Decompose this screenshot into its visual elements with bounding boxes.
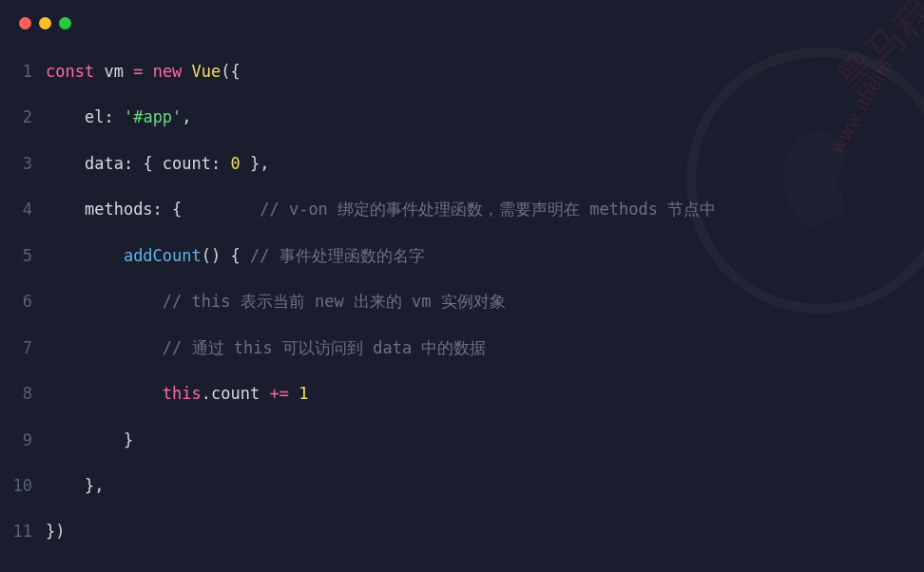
line-number: 8 (0, 371, 46, 416)
code-content: } (46, 417, 133, 463)
line-number: 4 (0, 186, 46, 232)
code-content: }) (46, 508, 65, 554)
code-line: 6 // this 表示当前 new 出来的 vm 实例对象 (0, 278, 924, 324)
code-line: 7 // 通过 this 可以访问到 data 中的数据 (0, 325, 924, 371)
code-content: const vm = new Vue({ (46, 48, 241, 94)
line-number: 7 (0, 325, 46, 371)
code-line: 11 }) (0, 508, 924, 554)
code-line: 3 data: { count: 0 }, (0, 141, 924, 186)
code-content: addCount() { // 事件处理函数的名字 (46, 233, 425, 278)
code-line: 9 } (0, 417, 924, 463)
minimize-dot[interactable] (39, 17, 51, 29)
close-dot[interactable] (19, 17, 31, 29)
code-content: this.count += 1 (46, 371, 308, 416)
code-content: // this 表示当前 new 出来的 vm 实例对象 (46, 278, 506, 324)
code-content: el: '#app', (46, 94, 192, 140)
code-line: 5 addCount() { // 事件处理函数的名字 (0, 233, 924, 278)
code-line: 1 const vm = new Vue({ (0, 48, 924, 94)
line-number: 3 (0, 141, 46, 186)
code-content: // 通过 this 可以访问到 data 中的数据 (46, 325, 486, 371)
line-number: 5 (0, 233, 46, 278)
line-number: 11 (0, 508, 46, 554)
code-content: data: { count: 0 }, (46, 141, 270, 186)
code-content: methods: { // v-on 绑定的事件处理函数，需要声明在 metho… (46, 186, 716, 232)
code-line: 8 this.count += 1 (0, 371, 924, 416)
code-content: }, (46, 463, 104, 508)
line-number: 1 (0, 48, 46, 94)
code-line: 2 el: '#app', (0, 94, 924, 140)
line-number: 2 (0, 94, 46, 140)
maximize-dot[interactable] (59, 17, 71, 29)
code-line: 4 methods: { // v-on 绑定的事件处理函数，需要声明在 met… (0, 186, 924, 232)
code-line: 10 }, (0, 463, 924, 508)
line-number: 10 (0, 463, 46, 508)
line-number: 9 (0, 417, 46, 463)
line-number: 6 (0, 278, 46, 324)
code-block: 1 const vm = new Vue({ 2 el: '#app', 3 d… (0, 39, 924, 555)
window-controls (0, 0, 924, 39)
